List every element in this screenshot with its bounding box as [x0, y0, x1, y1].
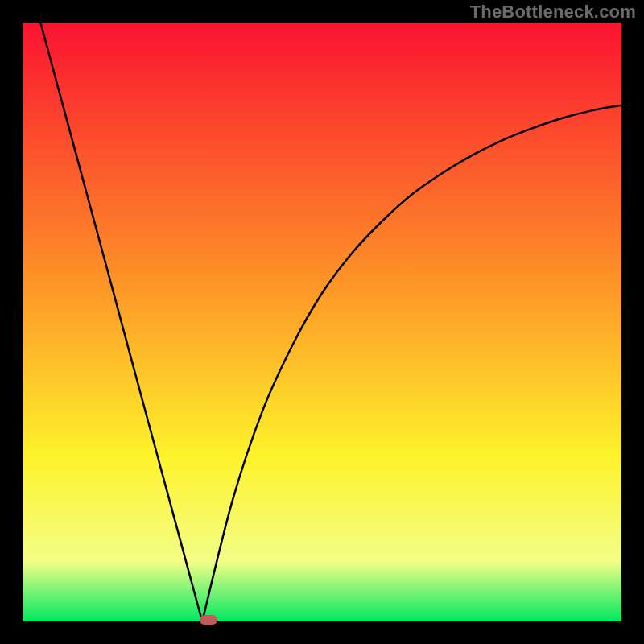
gradient-background: [23, 23, 621, 621]
plot-area: [23, 23, 621, 621]
plot-svg: [23, 23, 621, 621]
watermark-text: TheBottleneck.com: [470, 2, 636, 23]
minimum-marker: [200, 615, 217, 625]
chart-container: { "watermark": "TheBottleneck.com", "col…: [0, 0, 644, 644]
